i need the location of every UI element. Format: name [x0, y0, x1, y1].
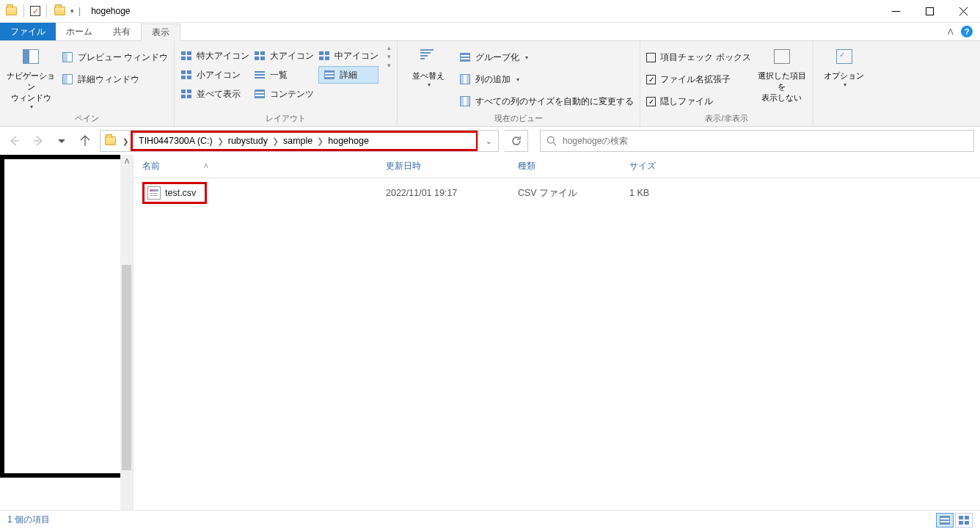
- file-size: 1 KB: [621, 188, 731, 198]
- scroll-up-icon[interactable]: ▴: [387, 44, 391, 51]
- details-label: 詳細: [340, 69, 357, 81]
- chevron-right-icon[interactable]: ❯: [217, 136, 224, 146]
- status-bar: 1 個の項目: [0, 510, 980, 529]
- tab-share[interactable]: 共有: [103, 23, 141, 40]
- scroll-down-icon[interactable]: ▾: [387, 53, 391, 60]
- separator: [23, 4, 24, 18]
- qat-new-folder-icon[interactable]: [53, 4, 66, 18]
- preview-pane-button[interactable]: プレビュー ウィンドウ: [62, 48, 168, 66]
- chevron-right-icon[interactable]: ❯: [317, 136, 323, 146]
- size-columns-button[interactable]: すべての列のサイズを自動的に変更する: [459, 92, 634, 110]
- tab-view[interactable]: 表示: [141, 23, 180, 41]
- minimize-button[interactable]: [879, 0, 913, 23]
- list-label: 一覧: [270, 69, 288, 81]
- view-small-button[interactable]: 小アイコン: [180, 66, 249, 84]
- csv-file-icon: [147, 186, 161, 200]
- content-icon: [255, 90, 265, 98]
- help-icon[interactable]: ?: [961, 26, 973, 37]
- size-columns-label: すべての列のサイズを自動的に変更する: [475, 95, 634, 108]
- qat-dropdown-icon[interactable]: ▾: [70, 7, 74, 15]
- group-label-panes: ペイン: [6, 113, 168, 126]
- navigation-pane-button[interactable]: ナビゲーション ウィンドウ ▾: [6, 44, 56, 111]
- address-dropdown-button[interactable]: ⌄: [478, 131, 498, 151]
- redacted-navigation-tree: [0, 155, 128, 478]
- tab-home[interactable]: ホーム: [56, 23, 103, 40]
- maximize-button[interactable]: [913, 0, 946, 23]
- navigation-pane-icon: [23, 49, 39, 64]
- column-headers: 名前ᐱ 更新日時 種類 サイズ: [134, 155, 980, 178]
- chevron-right-icon[interactable]: ❯: [120, 137, 131, 145]
- column-header-name[interactable]: 名前ᐱ: [134, 155, 377, 178]
- refresh-button[interactable]: [505, 130, 528, 152]
- file-type: CSV ファイル: [509, 187, 621, 200]
- breadcrumb-item[interactable]: sample: [279, 136, 317, 146]
- details-pane-label: 詳細ウィンドウ: [78, 73, 139, 86]
- up-button[interactable]: [76, 132, 94, 150]
- close-button[interactable]: [946, 0, 980, 23]
- scroll-up-icon[interactable]: ᐱ: [120, 155, 133, 167]
- options-button[interactable]: オプション ▾: [819, 44, 869, 90]
- navigation-pane[interactable]: ᐱ: [0, 155, 134, 510]
- chevron-right-icon[interactable]: ❯: [272, 136, 279, 146]
- svg-point-7: [547, 136, 554, 143]
- view-content-button[interactable]: コンテンツ: [254, 85, 314, 103]
- window-controls: [879, 0, 980, 23]
- view-medium-button[interactable]: 中アイコン: [318, 47, 379, 65]
- ribbon-group-layout: 特大アイコン 大アイコン 中アイコン 小アイコン 一覧 詳細 並べて表示 コンテ…: [175, 41, 398, 126]
- column-header-size[interactable]: サイズ: [621, 155, 731, 178]
- collapse-ribbon-icon[interactable]: ᐱ: [948, 27, 954, 37]
- tiles-icon: [181, 90, 191, 98]
- qat-properties-icon[interactable]: [30, 6, 40, 16]
- small-icon: [181, 70, 191, 79]
- chevron-down-icon: [58, 139, 65, 143]
- large-icons-view-button[interactable]: [955, 513, 973, 528]
- breadcrumb-item[interactable]: rubystudy: [224, 136, 272, 146]
- tab-file[interactable]: ファイル: [0, 23, 56, 40]
- checkbox-icon: [646, 53, 656, 62]
- large-icon: [255, 51, 265, 60]
- details-view-button[interactable]: [936, 513, 954, 528]
- scrollbar-thumb[interactable]: [122, 265, 131, 470]
- expand-gallery-icon[interactable]: ▾: [387, 62, 391, 69]
- group-by-button[interactable]: グループ化▾: [459, 48, 634, 66]
- forward-button[interactable]: [29, 132, 47, 150]
- add-columns-button[interactable]: 列の追加▾: [459, 70, 634, 88]
- medium-label: 中アイコン: [334, 50, 379, 62]
- separator: [46, 4, 47, 18]
- search-box[interactable]: hogehogeの検索: [540, 130, 974, 152]
- tiles-label: 並べて表示: [197, 88, 241, 101]
- group-label-show-hide: 表示/非表示: [646, 113, 806, 126]
- ribbon: ナビゲーション ウィンドウ ▾ プレビュー ウィンドウ 詳細ウィンドウ ペイン …: [0, 41, 980, 127]
- column-header-date[interactable]: 更新日時: [377, 155, 509, 178]
- file-extensions-toggle[interactable]: ファイル名拡張子: [646, 70, 750, 88]
- preview-pane-icon: [62, 52, 73, 62]
- scrollbar-vertical[interactable]: ᐱ: [120, 155, 133, 510]
- group-by-label: グループ化: [475, 51, 519, 64]
- view-large-button[interactable]: 大アイコン: [254, 47, 314, 65]
- view-details-button[interactable]: 詳細: [318, 66, 379, 84]
- breadcrumb-item[interactable]: hogehoge: [323, 136, 373, 146]
- small-label: 小アイコン: [197, 69, 241, 81]
- details-pane-button[interactable]: 詳細ウィンドウ: [62, 70, 168, 88]
- back-button[interactable]: [6, 132, 23, 150]
- add-columns-icon: [460, 74, 470, 84]
- ribbon-group-panes: ナビゲーション ウィンドウ ▾ プレビュー ウィンドウ 詳細ウィンドウ ペイン: [0, 41, 175, 126]
- ribbon-group-current-view: 並べ替え ▾ グループ化▾ 列の追加▾ すべての列のサイズを自動的に変更する 現…: [398, 41, 640, 126]
- hidden-items-toggle[interactable]: 隠しファイル: [646, 92, 750, 110]
- recent-locations-button[interactable]: [53, 132, 70, 150]
- breadcrumb-item[interactable]: TIH0447300A (C:): [134, 136, 217, 146]
- view-extra-large-button[interactable]: 特大アイコン: [180, 47, 249, 65]
- item-checkboxes-label: 項目チェック ボックス: [660, 51, 750, 64]
- sort-button[interactable]: 並べ替え ▾: [403, 44, 453, 90]
- hide-selected-button[interactable]: 選択した項目を 表示しない: [757, 44, 807, 103]
- file-row[interactable]: test.csv 2022/11/01 19:17 CSV ファイル 1 KB: [134, 178, 980, 208]
- list-icon: [255, 71, 265, 79]
- item-checkboxes-toggle[interactable]: 項目チェック ボックス: [646, 48, 750, 66]
- title-bar: ▾ | hogehoge: [0, 0, 980, 23]
- column-header-type[interactable]: 種類: [509, 155, 621, 178]
- view-tiles-button[interactable]: 並べて表示: [180, 85, 249, 103]
- svg-rect-1: [926, 7, 933, 15]
- view-list-button[interactable]: 一覧: [254, 66, 314, 84]
- chevron-down-icon: ▾: [428, 81, 431, 90]
- address-bar[interactable]: ❯ TIH0447300A (C:) ❯ rubystudy ❯ sample …: [100, 130, 499, 152]
